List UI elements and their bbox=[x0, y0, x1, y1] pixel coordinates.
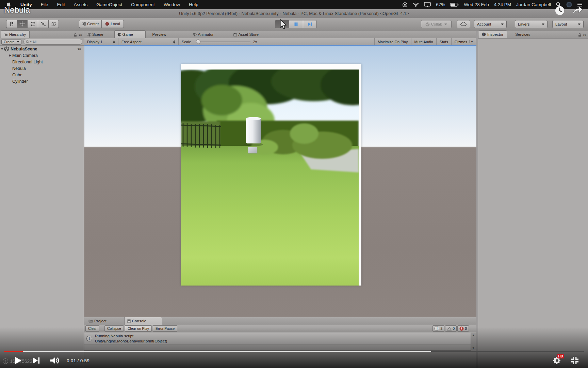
tree-item-nebula[interactable]: Nebula bbox=[0, 65, 96, 72]
tab-game[interactable]: Game bbox=[114, 30, 146, 38]
menubar-clock[interactable]: 4:24 PM bbox=[494, 2, 511, 7]
video-frame: Unity File Edit Assets GameObject Compon… bbox=[0, 0, 588, 368]
rotation-local-button[interactable]: Local bbox=[101, 20, 124, 28]
player-progress-bar[interactable] bbox=[4, 351, 584, 352]
battery-percent: 67% bbox=[436, 2, 445, 7]
project-tab-label: Project bbox=[94, 319, 107, 323]
tree-item-cylinder[interactable]: Cylinder bbox=[0, 78, 96, 85]
game-view-toolbar: Display 1 Free Aspect Scale 2x Maximize … bbox=[84, 38, 476, 46]
display-dropdown[interactable]: Display 1 bbox=[84, 38, 118, 45]
tab-console[interactable]: Console bbox=[124, 317, 162, 325]
share-icon[interactable] bbox=[572, 5, 583, 16]
expand-arrow-icon[interactable]: ▶ bbox=[8, 54, 12, 57]
console-icon bbox=[127, 319, 131, 323]
inspector-icon: i bbox=[482, 32, 486, 36]
time-display: 0:01 / 0:59 bbox=[67, 358, 89, 363]
aspect-dropdown[interactable]: Free Aspect bbox=[119, 38, 178, 45]
scale-slider[interactable] bbox=[194, 38, 252, 45]
panel-menu-icon[interactable]: ▾≡ bbox=[583, 33, 586, 37]
account-label: Account bbox=[477, 22, 491, 26]
tab-preview[interactable]: Preview bbox=[150, 31, 170, 38]
maximize-on-play-toggle[interactable]: Maximize On Play bbox=[375, 38, 411, 45]
lock-icon[interactable] bbox=[578, 33, 581, 37]
scale-tool-button[interactable] bbox=[38, 20, 48, 28]
player-next-icon[interactable] bbox=[33, 357, 40, 364]
tab-inspector[interactable]: i Inspector bbox=[479, 30, 507, 38]
volume-icon[interactable] bbox=[50, 356, 60, 365]
menu-help[interactable]: Help bbox=[189, 2, 198, 7]
asset-store-tab-label: Asset Store bbox=[239, 32, 259, 36]
rotation-local-label: Local bbox=[111, 22, 120, 26]
layout-dropdown[interactable]: Layout bbox=[552, 20, 584, 28]
lock-icon[interactable] bbox=[74, 33, 77, 37]
rect-tool-button[interactable] bbox=[48, 20, 59, 28]
layers-dropdown[interactable]: Layers bbox=[515, 20, 548, 28]
tree-item-nebulascene[interactable]: ▼ NebulaScene ▾≡ bbox=[0, 46, 84, 52]
settings-gear-icon[interactable]: HD bbox=[553, 356, 561, 365]
buffered-bar bbox=[4, 351, 431, 352]
preview-tab-label: Preview bbox=[152, 32, 166, 36]
expand-arrow-icon[interactable]: ▼ bbox=[0, 47, 4, 51]
pivot-center-button[interactable]: Center bbox=[79, 20, 101, 28]
step-button[interactable] bbox=[303, 20, 317, 28]
cloud-button[interactable] bbox=[457, 20, 470, 28]
scale-slider-knob[interactable] bbox=[196, 40, 200, 44]
folder-icon bbox=[88, 319, 93, 323]
menu-edit[interactable]: Edit bbox=[57, 2, 65, 7]
menu-window[interactable]: Window bbox=[164, 2, 180, 7]
mute-audio-toggle[interactable]: Mute Audio bbox=[412, 38, 436, 45]
scale-value: 2x bbox=[252, 38, 260, 45]
tab-services[interactable]: Services bbox=[512, 31, 534, 38]
menu-assets[interactable]: Assets bbox=[74, 2, 88, 7]
unity-window-titlebar[interactable]: Unity 5.6.3p2 Personal (64bit) - NebulaS… bbox=[0, 9, 588, 18]
inspector-panel: i Inspector Services ▾≡ bbox=[478, 31, 588, 368]
tab-hierarchy[interactable]: Hierarchy bbox=[1, 30, 30, 38]
gizmos-dropdown[interactable]: Gizmos ▾ bbox=[452, 38, 475, 45]
menubar-date[interactable]: Wed 28 Feb bbox=[464, 2, 489, 7]
rotate-tool-button[interactable] bbox=[27, 20, 38, 28]
game-view[interactable] bbox=[84, 46, 476, 317]
unity-scene-icon bbox=[4, 46, 9, 51]
tab-asset-store[interactable]: Asset Store bbox=[231, 31, 262, 38]
collab-button[interactable]: Collab bbox=[421, 20, 452, 28]
collab-label: Collab bbox=[431, 22, 442, 26]
animator-tab-label: Animator bbox=[198, 32, 214, 36]
watch-later-icon[interactable] bbox=[555, 5, 565, 16]
menu-component[interactable]: Component bbox=[131, 2, 155, 7]
tree-item-main-camera[interactable]: ▶ Main Camera bbox=[0, 52, 92, 59]
airplay-display-icon[interactable] bbox=[424, 2, 431, 7]
transform-tools bbox=[6, 20, 59, 28]
player-controls: 0:01 / 0:59 HD bbox=[0, 353, 588, 368]
pause-button[interactable] bbox=[289, 20, 303, 28]
tree-item-label: Nebula bbox=[12, 66, 26, 71]
scale-label: Scale bbox=[179, 38, 194, 45]
game-tab-label: Game bbox=[122, 32, 133, 36]
tab-animator[interactable]: Animator bbox=[190, 31, 217, 38]
hierarchy-search-input[interactable]: ▾ All bbox=[23, 39, 82, 45]
tree-item-cube[interactable]: Cube bbox=[0, 72, 96, 78]
account-dropdown[interactable]: Account bbox=[474, 20, 507, 28]
ar-cylinder bbox=[246, 117, 261, 144]
center-tabbar: Scene Game Preview Animator Asset Store bbox=[84, 31, 476, 39]
hand-tool-button[interactable] bbox=[6, 20, 17, 28]
scene-name-label: NebulaScene bbox=[11, 47, 37, 51]
player-play-icon[interactable] bbox=[14, 356, 22, 365]
panel-menu-icon[interactable]: ▾≡ bbox=[79, 33, 82, 37]
menu-file[interactable]: File bbox=[41, 2, 48, 7]
move-tool-button[interactable] bbox=[17, 20, 27, 28]
tree-item-directional-light[interactable]: Directional Light bbox=[0, 59, 96, 65]
create-dropdown[interactable]: Create bbox=[1, 39, 21, 45]
tab-project[interactable]: Project bbox=[86, 317, 110, 325]
exit-fullscreen-icon[interactable] bbox=[570, 356, 579, 365]
search-icon bbox=[26, 40, 29, 44]
inspector-tab-label: Inspector bbox=[487, 32, 503, 36]
video-title[interactable]: Nebula bbox=[4, 5, 30, 15]
services-tab-label: Services bbox=[515, 32, 530, 36]
wifi-icon[interactable] bbox=[413, 2, 419, 7]
scene-menu-icon[interactable]: ▾≡ bbox=[78, 47, 84, 51]
screen-record-icon[interactable] bbox=[402, 2, 408, 7]
stats-toggle[interactable]: Stats bbox=[437, 38, 451, 45]
tab-scene[interactable]: Scene bbox=[84, 31, 107, 38]
menu-gameobject[interactable]: GameObject bbox=[96, 2, 122, 7]
menubar-user[interactable]: Jordan Campbell bbox=[516, 2, 551, 7]
